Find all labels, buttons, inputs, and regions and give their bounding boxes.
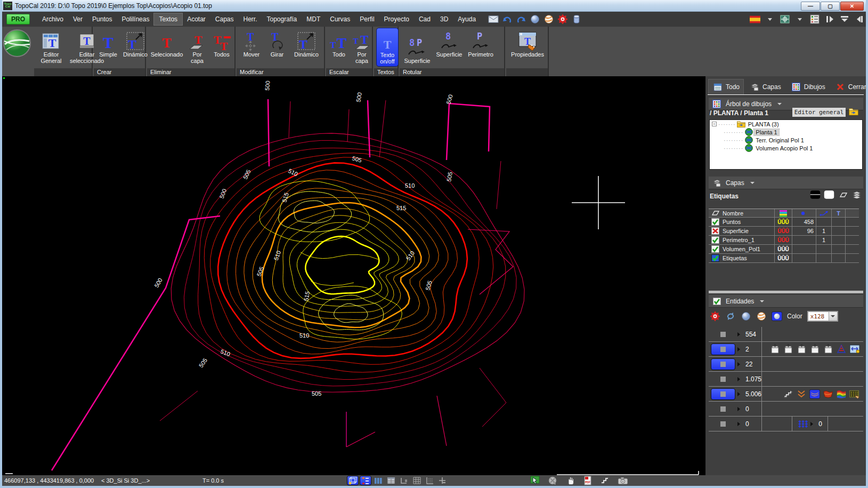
swatch-white-icon[interactable] bbox=[824, 189, 834, 200]
text-t-icon[interactable] bbox=[711, 358, 735, 370]
ribbon-button-perimetro[interactable]: PPerimetro bbox=[466, 29, 496, 58]
expand-arrow-icon[interactable] bbox=[737, 332, 740, 337]
waves-icon[interactable] bbox=[711, 388, 735, 400]
clipboard-icon[interactable] bbox=[796, 344, 807, 355]
tree-root[interactable]: − ······· PLANTA (3) bbox=[710, 120, 862, 128]
panel-tab-dibujos[interactable]: Dibujos bbox=[787, 79, 829, 94]
ribbon-button-propiedades[interactable]: TPropiedades bbox=[508, 29, 547, 58]
grid-icon[interactable] bbox=[411, 476, 423, 485]
expand-arrow-icon[interactable] bbox=[737, 377, 740, 381]
clipboard-icon[interactable] bbox=[769, 344, 780, 355]
refresh-icon[interactable] bbox=[725, 311, 736, 322]
capas-row-etiquetas[interactable]: Etiquetas ÛÛÛ bbox=[709, 254, 859, 263]
menu-acotar[interactable]: Acotar bbox=[182, 13, 210, 25]
grid-hand-icon[interactable] bbox=[849, 389, 860, 399]
mail-icon[interactable] bbox=[488, 14, 499, 25]
columns-icon[interactable] bbox=[372, 476, 384, 485]
entity-row[interactable]: 5.006 bbox=[709, 387, 863, 402]
list-colored-icon[interactable] bbox=[809, 14, 820, 25]
cad-tool-icon[interactable] bbox=[780, 14, 790, 25]
undo-icon[interactable] bbox=[502, 14, 513, 25]
expand-arrow-icon[interactable] bbox=[737, 392, 740, 396]
drawing-canvas[interactable]: 5005005005055055105105155155005005105055… bbox=[2, 76, 705, 475]
maximize-button[interactable]: ▢ bbox=[821, 2, 840, 11]
stairs-icon[interactable] bbox=[783, 389, 793, 399]
panel-tab-capas[interactable]: Capas bbox=[745, 79, 785, 94]
entity-row[interactable]: 1.075 bbox=[709, 372, 863, 387]
chevron-double-icon[interactable] bbox=[796, 389, 807, 399]
gear-red-icon[interactable] bbox=[557, 14, 568, 25]
expand-arrow-icon[interactable] bbox=[737, 407, 740, 411]
menu-mdt[interactable]: MDT bbox=[302, 13, 325, 25]
ribbon-button-superficie[interactable]: 8PSuperficie bbox=[402, 35, 433, 64]
hand-icon[interactable] bbox=[564, 476, 576, 485]
sphere-blue-icon[interactable] bbox=[530, 14, 540, 25]
pro-badge[interactable]: PRO bbox=[6, 14, 30, 25]
ribbon-button-din-mico[interactable]: TDinámico bbox=[290, 29, 323, 58]
panel-tab-cerrar[interactable]: Cerrar bbox=[831, 79, 868, 94]
menu-puntos[interactable]: Puntos bbox=[87, 13, 117, 25]
menu-proyecto[interactable]: Proyecto bbox=[379, 13, 414, 25]
ribbon-button-texto-on-off[interactable]: TTexto on/off bbox=[376, 28, 399, 67]
capas-row-perimetro_1[interactable]: Perimetro_1 ÛÛÛ 1 bbox=[709, 236, 859, 245]
capas-table[interactable]: Nombre T Puntos ÛÛÛ 458 Superficie ÛÛÛ 9… bbox=[709, 209, 859, 263]
select-green-icon[interactable] bbox=[529, 476, 541, 485]
sphere-orange-icon[interactable] bbox=[756, 311, 767, 322]
menu-textos[interactable]: Textos bbox=[154, 13, 182, 25]
clipboard-icon[interactable] bbox=[809, 344, 820, 355]
tree-item[interactable]: ········ Terr. Original Pol 1 bbox=[710, 136, 862, 144]
menu-perfil[interactable]: Perfil bbox=[355, 13, 379, 25]
play-pause-icon[interactable] bbox=[824, 14, 835, 25]
menu-curvas[interactable]: Curvas bbox=[325, 13, 355, 25]
parallelogram-icon[interactable] bbox=[838, 189, 848, 200]
folder-icon[interactable] bbox=[848, 106, 859, 117]
caret-down-icon[interactable] bbox=[794, 14, 805, 25]
entity-row[interactable]: 0 bbox=[709, 402, 863, 417]
entity-row[interactable]: 2 bbox=[709, 342, 863, 357]
color-dropdown[interactable]: x128 bbox=[807, 311, 838, 322]
tree-item[interactable]: ········ Volumen Acopio Pol 1 bbox=[710, 144, 862, 152]
close-button[interactable]: ✕ bbox=[840, 2, 864, 11]
menu-ayuda[interactable]: Ayuda bbox=[453, 13, 481, 25]
check-blue-icon[interactable] bbox=[710, 253, 720, 263]
ribbon-button-por-capa[interactable]: TTPor capa bbox=[351, 29, 373, 64]
polyline-icon[interactable] bbox=[711, 343, 735, 355]
layers-list-icon[interactable] bbox=[360, 476, 371, 485]
sphere-orange-icon[interactable] bbox=[543, 14, 554, 25]
wave-red-icon[interactable] bbox=[823, 389, 833, 399]
menu-polil-neas[interactable]: Polilíneas bbox=[117, 13, 154, 25]
clipboard-icon[interactable] bbox=[823, 344, 833, 355]
menu-3d[interactable]: 3D bbox=[435, 13, 453, 25]
capas-row-puntos[interactable]: Puntos ÛÛÛ 458 bbox=[709, 218, 859, 227]
ribbon-button-girar[interactable]: TGirar bbox=[265, 29, 289, 58]
expand-arrow-icon[interactable] bbox=[737, 347, 740, 351]
ribbon-button-editor-general[interactable]: TEditor General bbox=[36, 29, 66, 64]
grid-corner-icon[interactable] bbox=[424, 476, 435, 485]
ribbon-button-din-mico[interactable]: TDinámico bbox=[121, 29, 149, 58]
cubes-icon[interactable] bbox=[711, 418, 735, 430]
capas-table-header[interactable]: Nombre T bbox=[709, 209, 859, 218]
layers-icon[interactable] bbox=[851, 189, 862, 200]
caret-down-icon[interactable] bbox=[765, 14, 775, 25]
capas-row-volumen_pol1[interactable]: Volumen_Pol1 ÛÛÛ bbox=[709, 245, 859, 254]
disabled-circle-icon[interactable] bbox=[547, 476, 558, 485]
caret-left-icon[interactable] bbox=[854, 14, 865, 25]
pdf-icon[interactable]: PDF bbox=[582, 476, 594, 485]
capas-row-superficie[interactable]: Superficie ÛÛÛ 96 1 bbox=[709, 227, 859, 236]
entidades-header[interactable]: Entidades bbox=[709, 295, 863, 307]
clipboard-icon[interactable] bbox=[783, 344, 793, 355]
drawing-tree[interactable]: − ······· PLANTA (3) ········ Planta 1 ·… bbox=[709, 119, 863, 170]
corner-dim-icon[interactable] bbox=[398, 476, 410, 485]
ribbon-button-superficie[interactable]: 8Superficie bbox=[434, 29, 465, 58]
expand-arrow-icon[interactable] bbox=[737, 422, 740, 426]
double-caret-down-icon[interactable] bbox=[839, 14, 850, 25]
gear-red-icon[interactable] bbox=[710, 311, 720, 322]
image-icon[interactable] bbox=[711, 403, 735, 415]
expand-arrow-icon[interactable] bbox=[737, 362, 740, 366]
points-dot-icon[interactable] bbox=[711, 329, 735, 340]
menu-cad[interactable]: Cad bbox=[414, 13, 435, 25]
entity-row[interactable]: 22 bbox=[709, 357, 863, 372]
camera-icon[interactable] bbox=[617, 476, 629, 485]
hatch-green-icon[interactable] bbox=[711, 373, 735, 385]
menu-archivo[interactable]: Archivo bbox=[37, 13, 68, 25]
